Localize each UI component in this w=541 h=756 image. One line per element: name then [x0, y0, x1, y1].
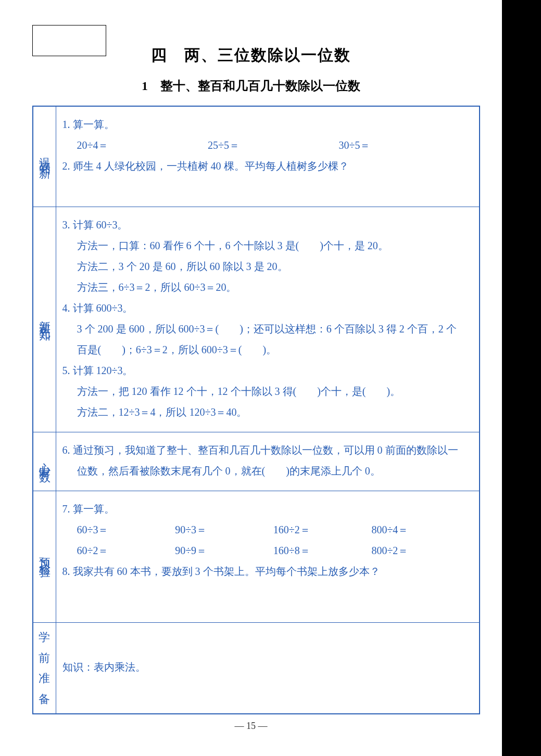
q3-m2: 方法二，3 个 20 是 60，所以 60 除以 3 是 20。 [62, 256, 470, 277]
q4-line2: 百是( )；6÷3＝2，所以 600÷3＝( )。 [62, 339, 470, 360]
worksheet-table: 温故知新 1. 算一算。 20÷4＝ 25÷5＝ 30÷5＝ 2. 师生 4 人… [32, 106, 480, 714]
section-review-row: 温故知新 1. 算一算。 20÷4＝ 25÷5＝ 30÷5＝ 2. 师生 4 人… [33, 106, 480, 207]
q5-m2: 方法二，12÷3＝4，所以 120÷3＝40。 [62, 402, 470, 422]
lesson-title: 1 整十、整百和几百几十数除以一位数 [0, 78, 502, 94]
q4-line1: 3 个 200 是 600，所以 600÷3＝( )；还可以这样想：6 个百除以… [62, 318, 470, 339]
q1-heading: 1. 算一算。 [62, 114, 470, 135]
section-check-row: 预习检验 7. 算一算。 60÷3＝ 90÷3＝ 160÷2＝ 800÷4＝ 6… [33, 491, 480, 623]
q7-r2c: 160÷8＝ [273, 540, 372, 561]
section-label-prep: 学前 准备 [33, 623, 56, 714]
q2-text: 2. 师生 4 人绿化校园，一共植树 40 棵。平均每人植树多少棵？ [62, 156, 470, 176]
section-review-content: 1. 算一算。 20÷4＝ 25÷5＝ 30÷5＝ 2. 师生 4 人绿化校园，… [56, 106, 480, 207]
q3-heading: 3. 计算 60÷3。 [62, 214, 470, 235]
q1-c: 30÷5＝ [339, 135, 470, 156]
section-prep-row: 学前 准备 知识：表内乘法。 [33, 623, 480, 714]
section-check-content: 7. 算一算。 60÷3＝ 90÷3＝ 160÷2＝ 800÷4＝ 60÷2＝ … [56, 491, 480, 623]
q9-text: 知识：表内乘法。 [62, 657, 470, 677]
q7-r2a: 60÷2＝ [77, 540, 175, 561]
page-area: 四 两、三位数除以一位数 1 整十、整百和几百几十数除以一位数 温故知新 1. … [0, 0, 502, 756]
section-new-content: 3. 计算 60÷3。 方法一，口算：60 看作 6 个十，6 个十除以 3 是… [56, 207, 480, 432]
q8-text: 8. 我家共有 60 本书，要放到 3 个书架上。平均每个书架上放多少本？ [62, 561, 470, 582]
section-label-new: 新课先知 [33, 207, 56, 432]
q3-m1: 方法一，口算：60 看作 6 个十，6 个十除以 3 是( )个十，是 20。 [62, 235, 470, 256]
header-blank-box [32, 25, 106, 56]
q6-line1: 6. 通过预习，我知道了整十、整百和几百几十数除以一位数，可以用 0 前面的数除… [62, 440, 470, 460]
q7-heading: 7. 算一算。 [62, 498, 470, 519]
q3-m3: 方法三，6÷3＝2，所以 60÷3＝20。 [62, 277, 470, 298]
q1-b: 25÷5＝ [208, 135, 339, 156]
section-new-row: 新课先知 3. 计算 60÷3。 方法一，口算：60 看作 6 个十，6 个十除… [33, 207, 480, 432]
q5-heading: 5. 计算 120÷3。 [62, 360, 470, 381]
section-label-check: 预习检验 [33, 491, 56, 623]
section-label-review: 温故知新 [33, 106, 56, 207]
section-prep-content: 知识：表内乘法。 [56, 623, 480, 714]
q7-r2d: 800÷2＝ [371, 540, 470, 561]
q1-a: 20÷4＝ [77, 135, 208, 156]
q7-row1: 60÷3＝ 90÷3＝ 160÷2＝ 800÷4＝ [62, 519, 470, 540]
q7-r1b: 90÷3＝ [175, 519, 273, 540]
q5-m1: 方法一，把 120 看作 12 个十，12 个十除以 3 得( )个十，是( )… [62, 381, 470, 402]
q7-r2b: 90÷9＝ [175, 540, 273, 561]
q7-r1c: 160÷2＝ [273, 519, 372, 540]
q7-r1a: 60÷3＝ [77, 519, 175, 540]
q7-r1d: 800÷4＝ [371, 519, 470, 540]
section-label-summary: 心中有数 [33, 432, 56, 491]
q1-items: 20÷4＝ 25÷5＝ 30÷5＝ [62, 135, 470, 156]
section-summary-row: 心中有数 6. 通过预习，我知道了整十、整百和几百几十数除以一位数，可以用 0 … [33, 432, 480, 491]
section-summary-content: 6. 通过预习，我知道了整十、整百和几百几十数除以一位数，可以用 0 前面的数除… [56, 432, 480, 491]
q4-heading: 4. 计算 600÷3。 [62, 298, 470, 318]
page-number: — 15 — [0, 721, 502, 732]
q7-row2: 60÷2＝ 90÷9＝ 160÷8＝ 800÷2＝ [62, 540, 470, 561]
q6-line2: 位数，然后看被除数末尾有几个 0，就在( )的末尾添上几个 0。 [62, 460, 470, 481]
